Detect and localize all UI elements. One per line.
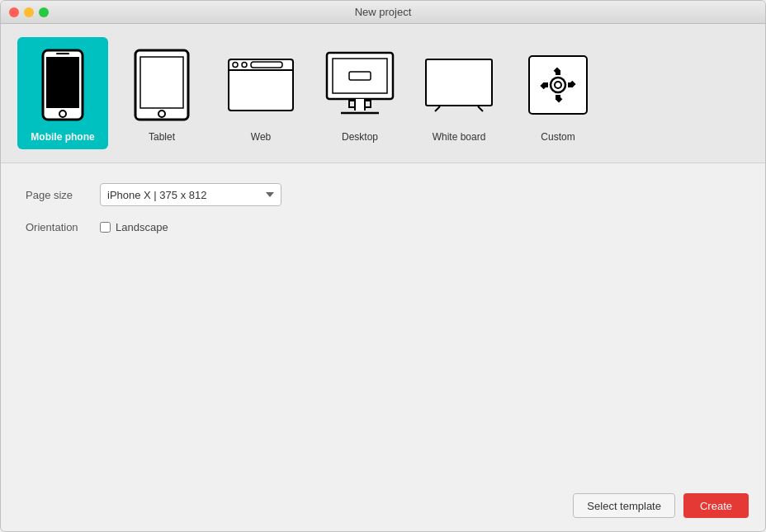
whiteboard-label: White board xyxy=(433,131,486,143)
web-label: Web xyxy=(251,131,271,143)
landscape-label[interactable]: Landscape xyxy=(116,221,168,233)
dialog-body: Mobile phone Tablet xyxy=(1,24,765,531)
title-bar: New project xyxy=(1,1,765,24)
svg-rect-3 xyxy=(56,53,69,54)
svg-rect-20 xyxy=(426,59,492,106)
custom-label: Custom xyxy=(541,131,574,143)
select-template-button[interactable]: Select template xyxy=(573,493,675,518)
desktop-label: Desktop xyxy=(342,131,378,143)
landscape-checkbox-row: Landscape xyxy=(100,221,168,233)
whiteboard-icon xyxy=(426,44,492,126)
maximize-button[interactable] xyxy=(39,7,49,17)
device-custom[interactable]: Custom xyxy=(513,37,603,149)
svg-line-21 xyxy=(435,106,440,111)
device-whiteboard[interactable]: White board xyxy=(414,37,504,149)
svg-line-22 xyxy=(478,106,483,111)
device-desktop[interactable]: Desktop xyxy=(314,37,405,149)
svg-rect-12 xyxy=(327,53,393,99)
web-icon xyxy=(228,44,294,126)
window-title: New project xyxy=(355,6,412,18)
desktop-icon xyxy=(327,44,393,126)
page-size-select[interactable]: iPhone X | 375 x 812 iPhone 8 | 375 x 66… xyxy=(100,183,281,206)
create-button[interactable]: Create xyxy=(683,493,749,518)
svg-rect-4 xyxy=(135,50,188,120)
tablet-label: Tablet xyxy=(149,131,175,143)
page-size-row: Page size iPhone X | 375 x 812 iPhone 8 … xyxy=(26,183,740,206)
orientation-row: Orientation Landscape xyxy=(26,221,740,233)
device-mobile-phone[interactable]: Mobile phone xyxy=(17,37,108,149)
svg-rect-16 xyxy=(355,99,365,111)
window-controls xyxy=(9,7,49,17)
tablet-icon xyxy=(129,44,195,126)
svg-rect-1 xyxy=(46,57,79,108)
page-size-label: Page size xyxy=(26,189,100,201)
device-tablet[interactable]: Tablet xyxy=(116,37,207,149)
orientation-label: Orientation xyxy=(26,221,100,233)
landscape-checkbox[interactable] xyxy=(100,222,111,233)
device-selector-row: Mobile phone Tablet xyxy=(1,24,765,163)
close-button[interactable] xyxy=(9,7,19,17)
new-project-window: New project Mobile phone xyxy=(0,0,766,532)
mobile-phone-label: Mobile phone xyxy=(31,131,94,143)
device-web[interactable]: Web xyxy=(215,37,306,149)
svg-rect-23 xyxy=(529,56,587,114)
minimize-button[interactable] xyxy=(24,7,34,17)
mobile-phone-icon xyxy=(30,44,96,126)
form-area: Page size iPhone X | 375 x 812 iPhone 8 … xyxy=(1,163,765,480)
footer: Select template Create xyxy=(1,480,765,531)
custom-icon xyxy=(525,44,591,126)
